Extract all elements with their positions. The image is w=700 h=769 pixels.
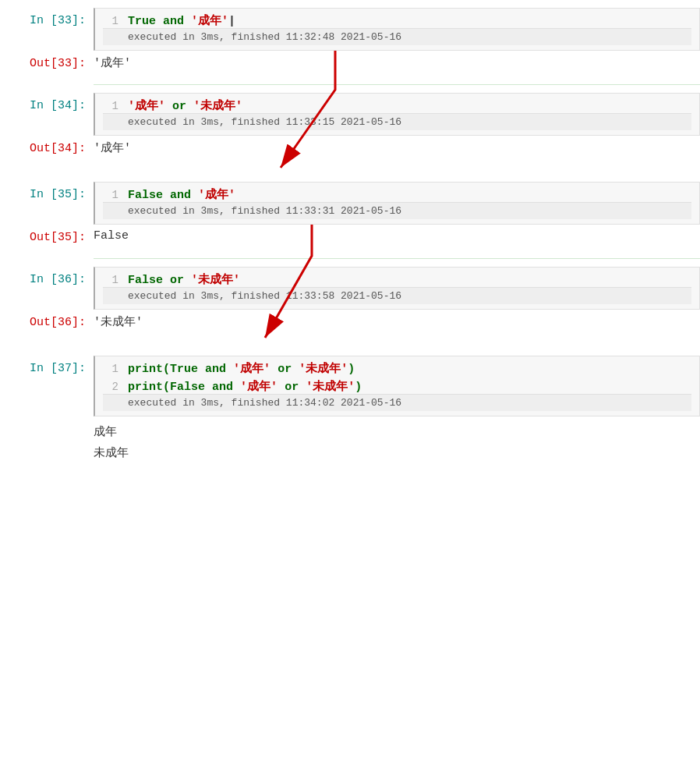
cell-out-36: Out[36]: '未成年' <box>0 310 700 335</box>
cell-group-35: In [35]: 1 False and '成年' executed in 3m… <box>0 182 700 250</box>
line-num: 1 <box>103 189 118 201</box>
paren-close: ) <box>348 363 355 376</box>
exec-info-37: executed in 3ms, finished 11:34:02 2021-… <box>103 394 691 411</box>
in-label-37: In [37]: <box>0 356 94 381</box>
code-line-37-2: 2 print(False and '成年' or '未成年') <box>103 379 691 394</box>
cell-in-33: In [33]: 1 True and '成年'| executed in 3m… <box>0 8 700 51</box>
cell-in-37: In [37]: 1 print(True and '成年' or '未成年')… <box>0 356 700 416</box>
exec-info-34: executed in 3ms, finished 11:33:15 2021-… <box>103 113 691 130</box>
keyword-and: and <box>163 15 184 28</box>
cell-input-37[interactable]: 1 print(True and '成年' or '未成年') 2 print(… <box>94 356 700 416</box>
string-weichengnian: '未成年' <box>191 274 240 287</box>
separator-2 <box>94 258 700 259</box>
out-label-37 <box>0 416 94 429</box>
line-num: 1 <box>103 363 118 375</box>
out-label-34: Out[34]: <box>0 136 94 161</box>
string-weichengnian: '未成年' <box>299 363 348 376</box>
space <box>226 363 233 376</box>
space <box>299 381 306 394</box>
code-content: False and '成年' <box>128 187 235 202</box>
string-chengnian: '成年' <box>198 189 235 202</box>
space <box>198 363 205 376</box>
string-chengnian: '成年' <box>128 100 165 113</box>
keyword-or: or <box>278 363 292 376</box>
out-text-37-line2: 未成年 <box>94 442 129 463</box>
out-text-37: 成年 未成年 <box>94 416 129 468</box>
code-line-36-1: 1 False or '未成年' <box>103 272 691 287</box>
keyword-and: and <box>212 381 233 394</box>
space <box>278 381 285 394</box>
cell-group-33: In [33]: 1 True and '成年'| executed in 3m… <box>0 8 700 76</box>
out-label-33: Out[33]: <box>0 51 94 76</box>
keyword-true: True <box>128 15 156 28</box>
cell-group-34: In [34]: 1 '成年' or '未成年' executed in 3ms… <box>0 93 700 161</box>
out-label-36: Out[36]: <box>0 310 94 335</box>
keyword-false: False <box>128 274 163 287</box>
code-content: print(True and '成年' or '未成年') <box>128 361 355 376</box>
paren-open: ( <box>163 381 170 394</box>
keyword-and: and <box>170 189 191 202</box>
cell-input-35[interactable]: 1 False and '成年' executed in 3ms, finish… <box>94 182 700 225</box>
cell-out-33: Out[33]: '成年' <box>0 51 700 76</box>
cell-group-37: In [37]: 1 print(True and '成年' or '未成年')… <box>0 356 700 468</box>
out-value-33: '成年' <box>94 51 131 75</box>
spacer-1 <box>0 168 700 182</box>
cell-input-34[interactable]: 1 '成年' or '未成年' executed in 3ms, finishe… <box>94 93 700 136</box>
cursor: | <box>228 15 235 28</box>
cell-out-35: Out[35]: False <box>0 225 700 250</box>
in-label-33: In [33]: <box>0 8 94 34</box>
string-chengnian: '成年' <box>191 15 228 28</box>
line-num: 1 <box>103 274 118 286</box>
space <box>292 363 299 376</box>
out-value-34: '成年' <box>94 136 131 160</box>
code-content: False or '未成年' <box>128 272 240 287</box>
code-line-35-1: 1 False and '成年' <box>103 187 691 202</box>
space <box>205 381 212 394</box>
string-chengnian: '成年' <box>240 381 278 394</box>
line-num: 2 <box>103 381 118 393</box>
keyword-false: False <box>128 189 163 202</box>
out-text-37-line1: 成年 <box>94 421 129 442</box>
string-weichengnian: '未成年' <box>193 100 242 113</box>
code-line-33-1: 1 True and '成年'| <box>103 13 691 28</box>
keyword-or: or <box>285 381 299 394</box>
cell-in-34: In [34]: 1 '成年' or '未成年' executed in 3ms… <box>0 93 700 136</box>
line-num: 1 <box>103 100 118 112</box>
separator-1 <box>94 84 700 85</box>
line-num: 1 <box>103 15 118 27</box>
code-content: '成年' or '未成年' <box>128 98 242 113</box>
keyword-false: False <box>170 381 205 394</box>
notebook: In [33]: 1 True and '成年'| executed in 3m… <box>0 0 700 482</box>
code-line-37-1: 1 print(True and '成年' or '未成年') <box>103 361 691 376</box>
space <box>270 363 278 376</box>
keyword-true: True <box>170 363 198 376</box>
keyword-and: and <box>205 363 226 376</box>
spacer-2 <box>0 342 700 356</box>
cell-out-34: Out[34]: '成年' <box>0 136 700 161</box>
cell-input-33[interactable]: 1 True and '成年'| executed in 3ms, finish… <box>94 8 700 51</box>
in-label-34: In [34]: <box>0 93 94 119</box>
space <box>233 381 240 394</box>
exec-info-33: executed in 3ms, finished 11:32:48 2021-… <box>103 28 691 45</box>
paren-close: ) <box>355 381 362 394</box>
string-weichengnian: '未成年' <box>306 381 355 394</box>
cell-input-36[interactable]: 1 False or '未成年' executed in 3ms, finish… <box>94 267 700 310</box>
cell-group-36: In [36]: 1 False or '未成年' executed in 3m… <box>0 267 700 335</box>
code-content: print(False and '成年' or '未成年') <box>128 379 362 394</box>
keyword-or: or <box>170 274 184 287</box>
code-line-34-1: 1 '成年' or '未成年' <box>103 98 691 113</box>
string-chengnian: '成年' <box>233 363 270 376</box>
out-value-36: '未成年' <box>94 310 143 334</box>
exec-info-36: executed in 3ms, finished 11:33:58 2021-… <box>103 287 691 304</box>
out-value-35: False <box>94 225 129 247</box>
in-label-35: In [35]: <box>0 182 94 207</box>
keyword-or: or <box>172 100 186 113</box>
keyword-print: print <box>128 363 163 376</box>
out-label-35: Out[35]: <box>0 225 94 250</box>
keyword-print: print <box>128 381 163 394</box>
cell-in-35: In [35]: 1 False and '成年' executed in 3m… <box>0 182 700 225</box>
exec-info-35: executed in 3ms, finished 11:33:31 2021-… <box>103 202 691 219</box>
in-label-36: In [36]: <box>0 267 94 292</box>
cell-in-36: In [36]: 1 False or '未成年' executed in 3m… <box>0 267 700 310</box>
paren-open: ( <box>163 363 170 376</box>
